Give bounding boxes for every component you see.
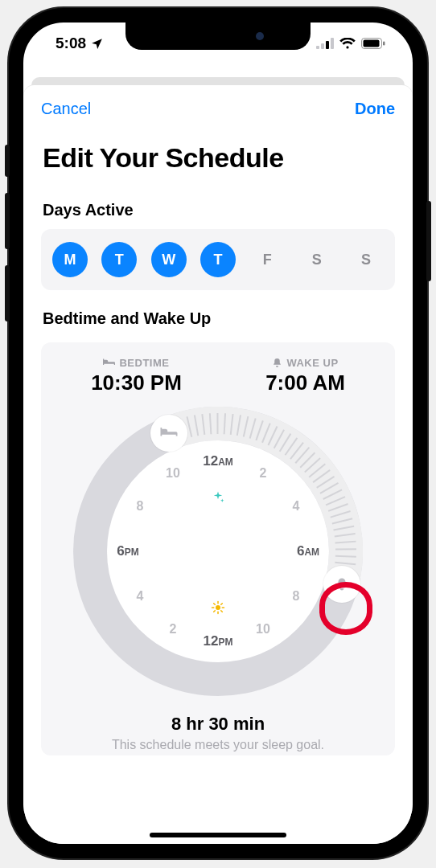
svg-rect-0	[316, 46, 319, 49]
clock-tick: 6AM	[297, 543, 319, 559]
svg-rect-5	[364, 40, 380, 47]
clock-tick: 4	[293, 499, 300, 514]
bed-icon	[103, 358, 115, 367]
bell-icon	[272, 358, 282, 368]
home-indicator[interactable]	[150, 833, 286, 837]
wakeup-handle[interactable]	[323, 566, 360, 603]
svg-line-55	[214, 604, 216, 605]
clock-tick: 10	[256, 622, 270, 637]
svg-rect-6	[383, 42, 385, 46]
status-time: 5:08	[56, 35, 86, 52]
days-selector: MTWTFSS	[41, 229, 395, 290]
battery-icon	[361, 38, 385, 49]
day-toggle-3[interactable]: T	[200, 242, 236, 277]
bed-icon	[160, 428, 178, 439]
wakeup-display: WAKE UP 7:00 AM	[265, 357, 345, 395]
day-toggle-6[interactable]: S	[348, 242, 384, 277]
svg-rect-2	[326, 41, 329, 49]
wifi-icon	[339, 38, 356, 49]
day-toggle-2[interactable]: W	[151, 242, 187, 277]
bedtime-wakeup-label: Bedtime and Wake Up	[23, 290, 413, 338]
sleep-clock[interactable]: 12AM246AM81012PM246PM810	[73, 407, 363, 696]
location-icon	[90, 37, 104, 51]
clock-tick: 8	[137, 499, 144, 514]
clock-tick: 6PM	[117, 543, 138, 559]
notch	[125, 23, 311, 50]
clock-tick: 2	[260, 466, 267, 481]
day-toggle-5[interactable]: S	[299, 242, 335, 277]
sleep-duration: 8 hr 30 min	[49, 714, 387, 735]
days-active-label: Days Active	[23, 182, 413, 229]
sleep-goal-text: This schedule meets your sleep goal.	[49, 738, 387, 755]
svg-line-57	[214, 611, 216, 612]
svg-line-45	[335, 556, 356, 557]
page-title: Edit Your Schedule	[23, 121, 413, 182]
screen: 5:08 Cancel Done Edit Your Schedule Days…	[23, 23, 413, 844]
schedule-card: BEDTIME 10:30 PM WAKE UP 7:00 AM	[41, 342, 395, 755]
svg-point-59	[162, 430, 166, 433]
svg-point-50	[216, 605, 220, 610]
svg-rect-1	[321, 43, 324, 49]
svg-line-17	[224, 413, 225, 434]
clock-tick: 10	[166, 466, 180, 481]
sparkle-icon	[211, 490, 225, 508]
sun-icon	[211, 600, 225, 618]
svg-rect-3	[331, 38, 334, 49]
modal-sheet: Cancel Done Edit Your Schedule Days Acti…	[23, 85, 413, 844]
cancel-button[interactable]: Cancel	[41, 100, 91, 118]
wakeup-value: 7:00 AM	[265, 371, 345, 395]
bell-icon	[335, 577, 349, 592]
clock-tick: 12AM	[203, 453, 233, 469]
clock-tick: 12PM	[204, 633, 233, 649]
done-button[interactable]: Done	[355, 100, 395, 118]
bedtime-display: BEDTIME 10:30 PM	[91, 357, 182, 395]
cellular-icon	[316, 38, 334, 49]
bedtime-value: 10:30 PM	[91, 371, 182, 395]
svg-line-58	[221, 604, 223, 605]
clock-tick: 4	[137, 589, 144, 604]
phone-frame: 5:08 Cancel Done Edit Your Schedule Days…	[9, 8, 427, 858]
clock-tick: 2	[170, 622, 177, 637]
svg-line-56	[221, 611, 223, 612]
day-toggle-4[interactable]: F	[249, 242, 285, 277]
day-toggle-1[interactable]: T	[101, 242, 137, 277]
bedtime-handle[interactable]	[150, 415, 187, 452]
clock-tick: 8	[293, 589, 300, 604]
day-toggle-0[interactable]: M	[52, 242, 88, 277]
svg-point-7	[105, 360, 107, 362]
